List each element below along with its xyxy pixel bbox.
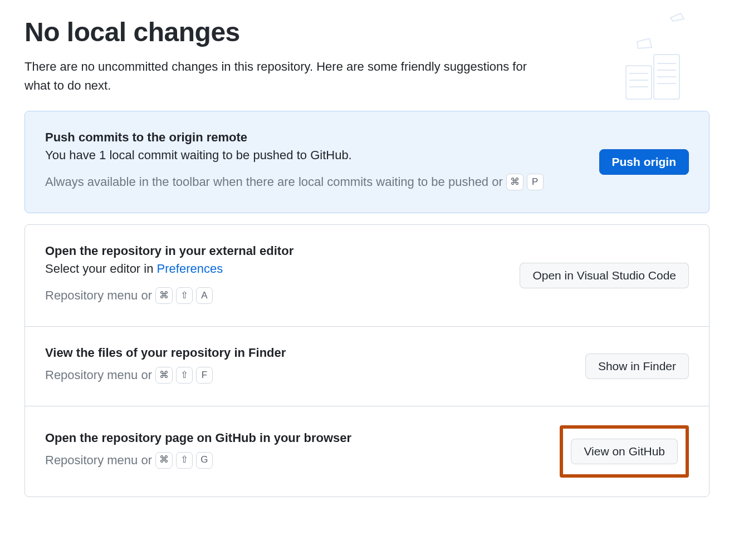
key-cmd: ⌘ [155,287,173,304]
key-a: A [196,287,213,304]
show-finder-button[interactable]: Show in Finder [585,353,689,379]
show-finder-hint: Repository menu or ⌘ ⇧ F [45,363,572,387]
key-f: F [196,367,213,384]
open-editor-title: Open the repository in your external edi… [45,244,506,258]
key-p: P [527,174,544,190]
push-origin-button[interactable]: Push origin [599,149,689,175]
open-editor-button[interactable]: Open in Visual Studio Code [520,263,689,288]
page-subtitle: There are no uncommitted changes in this… [25,57,542,95]
key-cmd: ⌘ [155,452,173,469]
open-editor-description: Select your editor in Preferences [45,262,506,276]
suggestion-list: Open the repository in your external edi… [25,224,709,497]
key-shift: ⇧ [176,367,193,384]
key-cmd: ⌘ [155,367,173,384]
view-github-row: Open the repository page on GitHub in yo… [25,406,709,497]
push-commits-card: Push commits to the origin remote You ha… [25,111,709,213]
key-shift: ⇧ [176,452,193,469]
key-shift: ⇧ [176,287,193,304]
push-card-description: You have 1 local commit waiting to be pu… [45,148,586,163]
open-editor-row: Open the repository in your external edi… [25,225,709,326]
view-github-button[interactable]: View on GitHub [571,439,678,464]
show-finder-title: View the files of your repository in Fin… [45,346,572,360]
view-github-title: Open the repository page on GitHub in yo… [45,431,546,445]
open-editor-hint: Repository menu or ⌘ ⇧ A [45,284,506,307]
svg-rect-0 [626,66,652,99]
preferences-link[interactable]: Preferences [157,262,223,276]
view-github-hint: Repository menu or ⌘ ⇧ G [45,449,546,472]
push-card-hint: Always available in the toolbar when the… [45,170,586,194]
view-github-callout: View on GitHub [560,425,689,478]
key-cmd: ⌘ [506,174,523,190]
push-card-title: Push commits to the origin remote [45,130,586,145]
key-g: G [196,452,213,469]
paper-stack-illustration [598,11,704,106]
show-finder-row: View the files of your repository in Fin… [25,326,709,406]
